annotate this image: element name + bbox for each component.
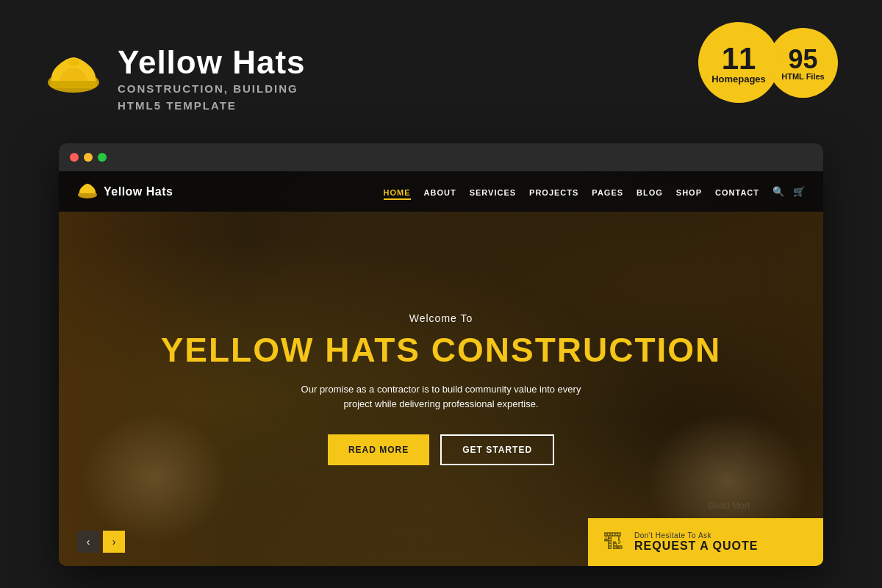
brand-text: Yellow Hats CONSTRUCTION, BUILDING HTML5… <box>118 44 306 114</box>
nav-item-projects[interactable]: PROJECTS <box>529 185 578 198</box>
nav-links: HOME ABOUT SERVICES PROJECTS PAGES BLOG … <box>384 185 759 198</box>
next-arrow[interactable]: › <box>103 531 125 553</box>
nav-icons: 🔍 🛒 <box>772 186 805 197</box>
top-banner: Yellow Hats CONSTRUCTION, BUILDING HTML5… <box>0 0 882 158</box>
maximize-dot[interactable] <box>98 153 107 162</box>
nav-item-services[interactable]: SERVICES <box>470 185 516 198</box>
search-icon[interactable]: 🔍 <box>772 186 784 197</box>
nav-item-home[interactable]: HOME <box>384 185 411 198</box>
minimize-dot[interactable] <box>84 153 93 162</box>
quote-bar[interactable]: 🏗 Don't Hesitate To Ask REQUEST A QUOTE <box>588 518 823 566</box>
hero-description: Our promise as a contractor is to build … <box>287 382 595 413</box>
nav-logo-text: Yellow Hats <box>104 185 173 198</box>
badge-label: Homepages <box>711 74 766 85</box>
quote-large-text: REQUEST A QUOTE <box>634 539 759 553</box>
quote-text: Don't Hesitate To Ask REQUEST A QUOTE <box>634 531 759 553</box>
nav-logo[interactable]: Yellow Hats <box>77 182 173 201</box>
svg-rect-1 <box>50 81 97 88</box>
badge-label: HTML Files <box>781 72 824 81</box>
nav-helmet-icon <box>77 182 98 201</box>
building-icon: 🏗 <box>603 530 623 554</box>
prev-arrow[interactable]: ‹ <box>77 531 99 553</box>
read-more-button[interactable]: READ MORE <box>328 434 429 465</box>
svg-point-2 <box>68 59 79 66</box>
homepages-badge: 11 Homepages <box>698 22 779 103</box>
badge-number: 95 <box>788 44 817 75</box>
hero-buttons: READ MORE GET STARTED <box>328 434 554 465</box>
close-dot[interactable] <box>70 153 79 162</box>
quote-small-text: Don't Hesitate To Ask <box>634 531 759 539</box>
hero-content: Welcome To YELLOW HATS CONSTRUCTION Our … <box>59 212 823 566</box>
slider-arrows: ‹ › <box>77 531 125 553</box>
nav-item-about[interactable]: ABOUT <box>424 185 456 198</box>
browser-window: Yellow Hats HOME ABOUT SERVICES PROJECTS… <box>59 143 823 566</box>
hero-welcome: Welcome To <box>409 312 473 324</box>
brand-subtitle: CONSTRUCTION, BUILDING HTML5 TEMPLATE <box>118 81 306 114</box>
browser-bar <box>59 143 823 171</box>
get-started-button[interactable]: GET STARTED <box>440 434 554 465</box>
brand-name: Yellow Hats <box>118 44 306 81</box>
website-preview: Yellow Hats HOME ABOUT SERVICES PROJECTS… <box>59 171 823 566</box>
badge-number: 11 <box>722 41 756 76</box>
brand-area: Yellow Hats CONSTRUCTION, BUILDING HTML5… <box>44 44 306 114</box>
hero-title: YELLOW HATS CONSTRUCTION <box>161 331 722 369</box>
badge-area: 11 Homepages 95 HTML Files <box>698 22 838 103</box>
nav-item-contact[interactable]: CONTACT <box>715 185 759 198</box>
helmet-icon <box>44 51 103 107</box>
nav-item-shop[interactable]: SHOP <box>676 185 702 198</box>
nav-bar: Yellow Hats HOME ABOUT SERVICES PROJECTS… <box>59 171 823 212</box>
svg-rect-4 <box>79 193 96 196</box>
nav-item-blog[interactable]: BLOG <box>637 185 663 198</box>
cart-icon[interactable]: 🛒 <box>793 186 805 197</box>
nav-item-pages[interactable]: PAGES <box>592 185 623 198</box>
